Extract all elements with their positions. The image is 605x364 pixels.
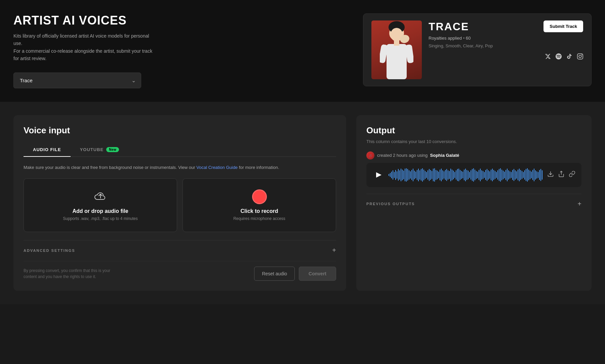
artist-figure bbox=[371, 20, 422, 79]
footer-buttons: Reset audio Convert bbox=[254, 267, 336, 281]
waveform-bar bbox=[535, 170, 536, 180]
waveform-bar bbox=[445, 170, 446, 180]
waveform-bar bbox=[523, 172, 524, 178]
waveform-bar bbox=[515, 170, 516, 180]
waveform-bar bbox=[539, 170, 540, 180]
waveform-bar bbox=[444, 171, 444, 179]
waveform-bar bbox=[425, 171, 426, 179]
voice-hint: Make sure your audio is clear and free f… bbox=[24, 164, 336, 171]
instagram-icon[interactable] bbox=[577, 53, 583, 61]
artist-info: TRACE Royalties applied • 60 Singing, Sm… bbox=[429, 20, 537, 55]
waveform-bar bbox=[511, 172, 512, 178]
waveform-bar bbox=[417, 170, 417, 180]
convert-button[interactable]: Convert bbox=[299, 267, 336, 281]
waveform-bar bbox=[421, 169, 421, 181]
svg-rect-6 bbox=[394, 39, 399, 46]
waveform-bar bbox=[472, 169, 473, 181]
waveform-bar bbox=[418, 169, 419, 181]
artist-select[interactable]: Trace bbox=[13, 73, 141, 88]
waveform-bar bbox=[438, 172, 439, 178]
previous-outputs-toggle[interactable]: PREVIOUS OUTPUTS + bbox=[366, 194, 581, 208]
waveform-bar bbox=[452, 170, 452, 180]
waveform-bar bbox=[514, 169, 514, 181]
app-title: ARTIST AI VOICES bbox=[13, 13, 155, 28]
waveform-bar bbox=[441, 169, 442, 181]
audio-avatar: 🎵 bbox=[366, 151, 374, 160]
footer-disclaimer: By pressing convert, you confirm that th… bbox=[24, 268, 124, 280]
waveform-bar bbox=[402, 170, 403, 180]
waveform-bar bbox=[407, 169, 408, 181]
waveform-bar bbox=[496, 172, 497, 178]
waveform-bar bbox=[500, 168, 501, 182]
submit-track-button[interactable]: Submit Track bbox=[543, 20, 583, 32]
royalties-text: Royalties applied • 60 bbox=[429, 36, 537, 41]
waveform-bar bbox=[411, 170, 412, 180]
record-audio-box[interactable]: Click to record Requires microphone acce… bbox=[183, 178, 336, 232]
record-title: Click to record bbox=[240, 208, 278, 214]
waveform-bar bbox=[395, 170, 396, 180]
waveform-bar bbox=[394, 172, 395, 178]
waveform-bar bbox=[476, 171, 477, 179]
add-audio-subtitle: Supports .wav, .mp3, .flac up to 4 minut… bbox=[63, 216, 138, 221]
waveform-bar bbox=[491, 170, 491, 180]
waveform-bar bbox=[487, 169, 487, 181]
waveform-bar bbox=[406, 168, 407, 182]
link-icon[interactable] bbox=[569, 171, 575, 179]
waveform-bar bbox=[501, 170, 502, 180]
waveform-bar bbox=[469, 172, 470, 178]
audio-meta-prefix: created 2 hours ago using Sophia Galaté bbox=[377, 153, 459, 158]
waveform-bar bbox=[508, 170, 509, 180]
voice-input-tabs: AUDIO FILE YOUTUBE New bbox=[24, 144, 336, 157]
twitter-icon[interactable] bbox=[545, 53, 551, 61]
waveform-bar bbox=[516, 171, 517, 179]
waveform-bar bbox=[499, 169, 499, 181]
audio-player[interactable] bbox=[366, 163, 581, 187]
waveform-bar bbox=[495, 171, 495, 179]
svg-text:🎵: 🎵 bbox=[369, 154, 372, 157]
waveform-bar bbox=[414, 171, 415, 179]
audio-meta-artist: Sophia Galaté bbox=[430, 153, 459, 158]
spotify-icon[interactable] bbox=[556, 53, 562, 61]
play-button[interactable] bbox=[372, 169, 384, 181]
waveform-bar bbox=[449, 171, 450, 179]
record-icon bbox=[252, 189, 267, 204]
waveform-bar bbox=[440, 170, 440, 180]
waveform-bar bbox=[390, 173, 391, 177]
tab-audio-file[interactable]: AUDIO FILE bbox=[24, 144, 71, 157]
waveform-bar bbox=[524, 170, 525, 180]
waveform-bar bbox=[399, 170, 400, 180]
play-triangle-icon bbox=[376, 172, 381, 178]
artist-tags: Singing, Smooth, Clear, Airy, Pop bbox=[429, 43, 537, 48]
reset-audio-button[interactable]: Reset audio bbox=[254, 267, 295, 281]
waveform-bar bbox=[489, 171, 490, 179]
waveform-bar bbox=[461, 171, 462, 179]
waveform-bar bbox=[518, 170, 518, 180]
waveform-bar bbox=[424, 170, 424, 180]
svg-rect-3 bbox=[387, 44, 407, 79]
previous-outputs-label: PREVIOUS OUTPUTS bbox=[366, 202, 415, 206]
voice-input-footer: By pressing convert, you confirm that th… bbox=[24, 261, 336, 281]
waveform-bar bbox=[429, 169, 430, 181]
tiktok-icon[interactable] bbox=[566, 53, 572, 61]
share-icon[interactable] bbox=[558, 171, 565, 179]
artist-card-actions: Submit Track bbox=[543, 20, 583, 61]
waveform-bar bbox=[442, 170, 443, 180]
waveform-bar bbox=[507, 169, 508, 181]
waveform-bar bbox=[422, 168, 423, 182]
waveform-bar bbox=[458, 169, 459, 181]
waveform-bar bbox=[428, 170, 428, 180]
download-icon[interactable] bbox=[547, 171, 554, 179]
waveform-bar bbox=[410, 171, 411, 179]
waveform-bar bbox=[446, 169, 447, 181]
waveform-bar bbox=[450, 169, 451, 181]
tab-youtube[interactable]: YOUTUBE New bbox=[71, 144, 129, 157]
add-audio-box[interactable]: Add or drop audio file Supports .wav, .m… bbox=[24, 178, 177, 232]
upload-cloud-icon bbox=[94, 189, 107, 204]
waveform-bar bbox=[401, 169, 401, 181]
vocal-guide-link[interactable]: Vocal Creation Guide bbox=[196, 165, 238, 170]
artist-select-wrapper[interactable]: Trace ⌄ bbox=[13, 73, 141, 88]
waveform-bar bbox=[430, 170, 431, 180]
waveform-bar bbox=[477, 172, 478, 178]
advanced-settings-toggle[interactable]: ADVANCED SETTINGS + bbox=[24, 240, 336, 254]
waveform-bar bbox=[530, 171, 530, 179]
